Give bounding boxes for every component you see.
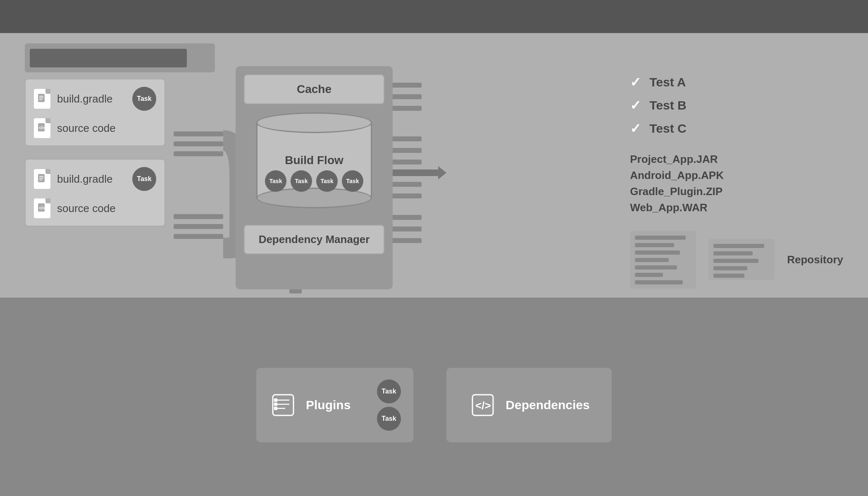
bf-task-4: Task: [342, 170, 363, 192]
build-flow-label: Build Flow: [285, 154, 343, 167]
doc-icon-2: [34, 169, 50, 189]
toolbar-inner: [30, 49, 187, 67]
svg-rect-38: [274, 407, 277, 410]
svg-rect-5: [174, 234, 223, 239]
main-area: build.gradle Task </> source code: [0, 33, 868, 298]
bottom-area: Plugins Task Task </> Dependencies: [0, 298, 868, 496]
dependencies-icon: </>: [468, 391, 497, 420]
dependencies-box: </> Dependencies: [446, 368, 612, 442]
plugins-label: Plugins: [306, 398, 351, 412]
plugins-tasks: Task Task: [377, 379, 401, 431]
task-badge-1: Task: [132, 87, 156, 111]
check-b: ✓: [630, 98, 641, 113]
source-label-1: source code: [57, 122, 116, 135]
svg-text:</>: </>: [39, 126, 45, 130]
output-zip: Gradle_Plugin.ZIP: [630, 185, 843, 198]
bf-task-2: Task: [291, 170, 312, 192]
processor-block: Cache Build Flow Task Task Task Task Dep…: [236, 66, 393, 289]
doc-icon-1: [34, 89, 50, 109]
source-panels: build.gradle Task </> source code: [25, 79, 165, 227]
repo-icon-2: [708, 239, 775, 280]
check-a: ✓: [630, 74, 641, 90]
svg-rect-4: [174, 224, 223, 229]
code-icon-1: </>: [34, 118, 50, 138]
right-side: ✓ Test A ✓ Test B ✓ Test C Project_App.J…: [630, 74, 843, 289]
source-item-code-2: </> source code: [34, 198, 156, 218]
source-item-code-1: </> source code: [34, 118, 156, 138]
test-item-a: ✓ Test A: [630, 74, 843, 90]
repo-icon: [630, 231, 696, 289]
svg-rect-36: [274, 398, 277, 402]
source-item-gradle-1: build.gradle Task: [34, 87, 156, 111]
svg-rect-1: [174, 141, 223, 146]
svg-marker-18: [438, 166, 446, 179]
svg-rect-37: [274, 403, 277, 406]
tests-section: ✓ Test A ✓ Test B ✓ Test C: [630, 74, 843, 136]
top-toolbar: [25, 43, 215, 72]
svg-rect-2: [174, 151, 223, 156]
code-icon-2: </>: [34, 198, 50, 218]
source-box-2: build.gradle Task </> source code: [25, 159, 165, 227]
plugins-icon: [269, 391, 298, 420]
plugin-task-1: Task: [377, 379, 401, 403]
build-flow-tasks: Task Task Task Task: [265, 170, 363, 192]
dependency-manager-box: Dependency Manager: [244, 225, 384, 254]
plugins-box: Plugins Task Task: [256, 368, 413, 442]
gradle-label-1: build.gradle: [57, 93, 112, 105]
svg-rect-3: [174, 214, 223, 219]
dependencies-label: Dependencies: [506, 398, 589, 412]
test-item-b: ✓ Test B: [630, 98, 843, 113]
plugin-task-2: Task: [377, 407, 401, 431]
svg-rect-0: [174, 131, 223, 136]
svg-text:</>: </>: [39, 206, 45, 210]
repo-label: Repository: [787, 253, 843, 266]
task-badge-2: Task: [132, 167, 156, 191]
bf-task-3: Task: [316, 170, 338, 192]
cache-box: Cache: [244, 74, 384, 104]
bf-task-1: Task: [265, 170, 286, 192]
repo-section: Repository: [630, 231, 843, 289]
source-box-1: build.gradle Task </> source code: [25, 79, 165, 146]
output-apk: Android_App.APK: [630, 169, 843, 182]
gradle-label-2: build.gradle: [57, 173, 112, 186]
top-bar: [0, 0, 868, 33]
output-jar: Project_App.JAR: [630, 153, 843, 166]
test-label-c: Test C: [649, 122, 686, 136]
outputs-section: Project_App.JAR Android_App.APK Gradle_P…: [630, 153, 843, 214]
source-item-gradle-2: build.gradle Task: [34, 167, 156, 191]
test-label-b: Test B: [649, 98, 686, 112]
source-label-2: source code: [57, 202, 116, 215]
test-item-c: ✓ Test C: [630, 121, 843, 136]
check-c: ✓: [630, 121, 641, 136]
test-label-a: Test A: [649, 75, 686, 89]
build-flow-cylinder: Build Flow Task Task Task Task: [256, 112, 372, 208]
svg-text:</>: </>: [475, 399, 491, 412]
output-war: Web_App.WAR: [630, 201, 843, 214]
